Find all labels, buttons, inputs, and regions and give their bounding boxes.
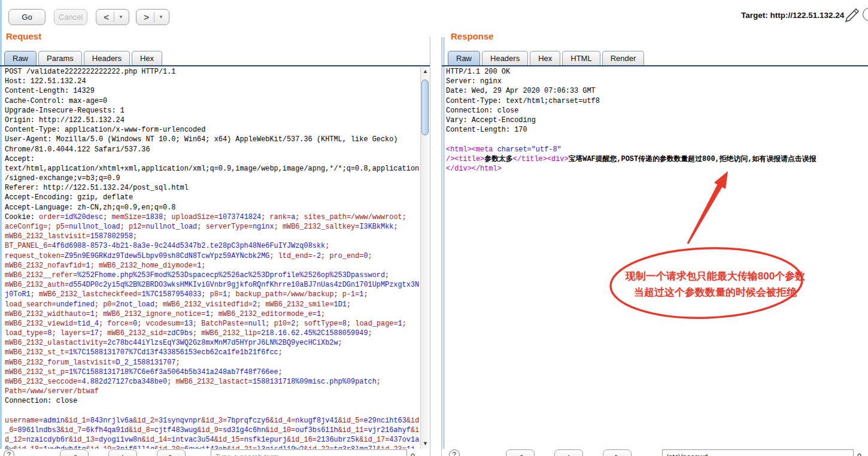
request-line: mWB6_2132_seccode=4.882d27127cba348be0; …: [5, 377, 420, 387]
request-line: load_type=8; layers=17; mWB6_2132_sid=zd…: [5, 329, 420, 338]
request-line: d_12=nzaicdyb6r&id_13=dyogi1vw8n&id_14=i…: [5, 435, 420, 445]
scrollbar-thumb[interactable]: [421, 80, 429, 135]
request-line: mWB6_2132_widthauto=1; mWB6_2132_ignore_…: [5, 309, 420, 319]
request-line: Path=/www/server/btwaf: [5, 387, 420, 396]
edit-target-pencil-icon[interactable]: [844, 7, 860, 23]
tab-raw[interactable]: Raw: [448, 51, 480, 66]
response-tab-underline: [442, 65, 868, 66]
response-search-matches: 0 matches: [857, 452, 868, 456]
request-line: mWB6_2132_lastvisit=1587802958;: [5, 232, 420, 241]
search-add-button[interactable]: +: [108, 449, 137, 456]
search-next-button[interactable]: >: [603, 449, 632, 456]
tab-hex[interactable]: Hex: [132, 51, 162, 66]
response-line: /><title>参数太多</title><div>宝塔WAF提醒您,POST传…: [446, 154, 868, 164]
request-line: Connection: close: [5, 396, 420, 406]
chevron-down-icon[interactable]: ▼: [114, 14, 129, 20]
search-help-icon[interactable]: ?: [4, 449, 14, 456]
request-line: User-Agent: Mozilla/5.0 (Windows NT 10.0…: [5, 135, 420, 144]
next-request-button[interactable]: > ▼: [136, 9, 169, 25]
response-line: HTTP/1.1 200 OK: [446, 67, 868, 77]
search-prev-button[interactable]: <: [60, 449, 89, 456]
response-editor[interactable]: HTTP/1.1 200 OKServer: nginxDate: Wed, 2…: [446, 67, 868, 449]
request-line: BT_PANEL_6=4f6d6988-8573-4b21-8a3e-9c244…: [5, 241, 420, 251]
response-line: Content-Length: 170: [446, 125, 868, 135]
prev-arrow-icon: <: [96, 12, 114, 22]
request-line: Cookie: order=id%20desc; memSize=1838; u…: [5, 212, 420, 222]
request-line: mWB6_2132_ulastactivity=2c78bc44iYlzsEqY…: [5, 338, 420, 348]
request-line: Upgrade-Insecure-Requests: 1: [5, 106, 420, 115]
tab-hex[interactable]: Hex: [530, 51, 560, 66]
request-line: username=admin&id_1=843nrjlv6a&id_2=31sy…: [5, 416, 420, 425]
request-line: mWB6_2132__refer=%252Fhome.php%253Fmod%2…: [5, 270, 420, 280]
request-line: aceConfig=; p5=nullnot_load; p12=nullnot…: [5, 222, 420, 232]
help-icon[interactable]: [863, 8, 868, 21]
request-scrollbar[interactable]: ▲ ▼: [420, 67, 429, 449]
response-panel-title: Response: [451, 31, 494, 41]
request-line: mWB6_2132_nofavfid=1; mWB6_2132_home_diy…: [5, 261, 420, 270]
tab-html[interactable]: HTML: [562, 51, 600, 66]
request-line: Chrome/81.0.4044.122 Safari/537.36: [5, 145, 420, 154]
request-line: Origin: http://122.51.132.24: [5, 115, 420, 125]
tab-raw[interactable]: Raw: [4, 51, 37, 66]
search-help-icon[interactable]: ?: [449, 449, 460, 456]
response-line: [446, 135, 868, 144]
request-line: /signed-exchange;v=b3;q=0.9: [5, 174, 420, 183]
request-line: mWB6_2132_st_p=1%7C1588131718%7C6e6f3a50…: [5, 367, 420, 377]
response-tabs: RawHeadersHexHTMLRender: [448, 51, 646, 66]
request-line: mWB6_2132_st_t=1%7C1588131707%7Cd13f4338…: [5, 348, 420, 357]
request-line: 6w&id_18=1uwbdvb4tq&id_19=3pif6ll1q&id_2…: [5, 445, 420, 449]
response-search-bar: ? < + > 0 matches: [442, 449, 868, 456]
request-panel-title: Request: [6, 31, 41, 41]
request-line: mWB6_2132_viewid=tid_4; force=0; vcodesu…: [5, 319, 420, 329]
response-panel-edge: [442, 37, 445, 456]
request-line: text/html,application/xhtml+xml,applicat…: [5, 164, 420, 174]
go-button[interactable]: Go: [8, 9, 45, 25]
response-line: Content-Type: text/html;charset=utf8: [446, 96, 868, 106]
request-line: mWB6_2132_auth=d554DP0c2yi5q%2B%2BRDO3wk…: [5, 280, 420, 290]
scroll-down-icon[interactable]: ▼: [421, 439, 430, 448]
request-line: Content-Length: 14329: [5, 86, 420, 96]
search-next-button[interactable]: >: [157, 449, 186, 456]
response-line: </div></html>: [446, 164, 868, 174]
request-tabs: RawParamsHeadersHex: [4, 51, 164, 66]
request-line: [5, 406, 420, 416]
tab-render[interactable]: Render: [602, 51, 645, 66]
request-line: Content-Type: application/x-www-form-url…: [5, 125, 420, 135]
request-line: Referer: http://122.51.132.24/post_sql.h…: [5, 183, 420, 193]
window-edge: [0, 0, 2, 456]
request-line: load_search=undefined; p0=2not_load; mWB…: [5, 300, 420, 309]
request-line: _6=8961lndbs3&id_7=6kfh4qa91d&id_8=cjtf4…: [5, 425, 420, 435]
request-line: Accept-Language: zh-CN,zh;q=0.9,en;q=0.8: [5, 203, 420, 212]
request-line: mWB6_2132_forum_lastvisit=D_2_1588131707…: [5, 358, 420, 367]
request-line: POST /validate2222222222222.php HTTP/1.1: [5, 67, 420, 77]
search-prev-button[interactable]: <: [506, 449, 535, 456]
response-line: Date: Wed, 29 Apr 2020 07:06:33 GMT: [446, 86, 868, 96]
scroll-up-icon[interactable]: ▲: [421, 67, 430, 75]
chevron-down-icon[interactable]: ▼: [154, 14, 169, 20]
request-line: Accept-Encoding: gzip, deflate: [5, 193, 420, 202]
panel-divider: [441, 37, 442, 456]
response-line: Vary: Accept-Encoding: [446, 115, 868, 125]
panel-divider[interactable]: [430, 37, 430, 456]
response-line: Server: nginx: [446, 77, 868, 86]
request-line: j0ToR1; mWB6_2132_lastcheckfeed=1%7C1587…: [5, 290, 420, 299]
prev-request-button[interactable]: < ▼: [96, 9, 129, 25]
response-line: Connection: close: [446, 106, 868, 115]
cancel-button[interactable]: Cancel: [54, 9, 87, 25]
request-line: Host: 122.51.132.24: [5, 77, 420, 86]
response-line: <html><meta charset="utf-8": [446, 145, 868, 154]
response-search-input[interactable]: [662, 449, 854, 456]
request-line: Cache-Control: max-age=0: [5, 96, 420, 106]
tab-headers[interactable]: Headers: [84, 51, 130, 66]
request-editor[interactable]: POST /validate2222222222222.php HTTP/1.1…: [2, 67, 420, 449]
request-line: request_token=Z95n9E9GRKdz9Tdew5Lbpv09sh…: [5, 251, 420, 261]
request-search-input[interactable]: [211, 449, 407, 456]
target-label: Target: http://122.51.132.24: [741, 11, 844, 20]
repeater-window: Go Cancel < ▼ > ▼ Target: http://122.51.…: [0, 0, 868, 456]
tab-params[interactable]: Params: [38, 51, 82, 66]
next-arrow-icon: >: [136, 12, 154, 22]
request-tab-underline: [0, 65, 430, 66]
tab-headers[interactable]: Headers: [482, 51, 528, 66]
search-add-button[interactable]: +: [554, 449, 583, 456]
request-line: Accept:: [5, 154, 420, 164]
